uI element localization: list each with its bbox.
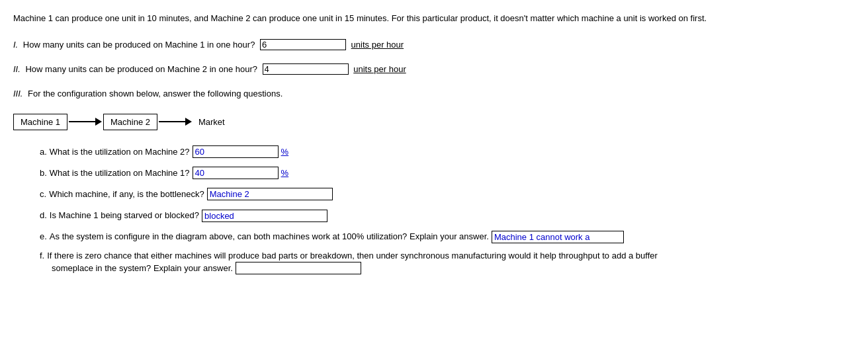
- sub-question-b: b. What is the utilization on Machine 1?…: [40, 166, 855, 180]
- q1-suffix: units per hour: [351, 40, 404, 50]
- sub-a-input[interactable]: [193, 145, 279, 158]
- question-3: III. For the configuration shown below, …: [13, 86, 855, 101]
- sub-b-input[interactable]: [193, 167, 279, 179]
- q1-label: I.: [13, 40, 18, 50]
- sub-d-input[interactable]: [202, 210, 327, 222]
- intro-text: Machine 1 can produce one unit in 10 min…: [13, 12, 855, 25]
- sub-e-text: As the system is configure in the diagra…: [50, 229, 489, 244]
- q2-label: II.: [13, 64, 21, 74]
- sub-a-label: a.: [40, 145, 47, 159]
- q3-label: III.: [13, 89, 22, 99]
- sub-f-line1-text: If there is zero chance that either mach…: [47, 251, 658, 261]
- sub-a-suffix: %: [281, 145, 289, 159]
- arrow-1: [69, 118, 102, 126]
- sub-b-label: b.: [40, 166, 47, 180]
- sub-f-line2-text: someplace in the system? Explain your an…: [52, 263, 233, 273]
- market-label: Market: [198, 117, 225, 127]
- sub-question-c: c. Which machine, if any, is the bottlen…: [40, 187, 855, 202]
- sub-b-suffix: %: [281, 166, 289, 180]
- q2-suffix: units per hour: [353, 64, 406, 74]
- q2-text: How many units can be produced on Machin…: [25, 64, 257, 74]
- sub-c-label: c.: [40, 187, 46, 202]
- question-1: I. How many units can be produced on Mac…: [13, 37, 855, 52]
- sub-b-text: What is the utilization on Machine 1?: [50, 166, 190, 180]
- sub-d-label: d.: [40, 208, 47, 223]
- sub-f-line2: someplace in the system? Explain your an…: [52, 262, 855, 274]
- q1-answer-input[interactable]: [260, 39, 346, 50]
- q1-text: How many units can be produced on Machin…: [23, 40, 255, 50]
- sub-f-line1: f. If there is zero chance that either m…: [40, 251, 855, 261]
- sub-question-a: a. What is the utilization on Machine 2?…: [40, 145, 855, 159]
- machine2-box: Machine 2: [103, 114, 157, 130]
- sub-d-text: Is Machine 1 being starved or blocked?: [50, 208, 199, 223]
- q2-answer-input[interactable]: [263, 63, 349, 75]
- sub-question-d: d. Is Machine 1 being starved or blocked…: [40, 208, 855, 223]
- machine1-box: Machine 1: [13, 114, 67, 130]
- sub-e-label: e.: [40, 229, 47, 244]
- process-diagram: Machine 1 Machine 2 Market: [13, 114, 855, 130]
- sub-c-input[interactable]: [207, 188, 333, 200]
- sub-e-input[interactable]: [492, 231, 624, 243]
- sub-f-label: f.: [40, 251, 44, 261]
- q3-text: For the configuration shown below, answe…: [28, 89, 282, 99]
- question-2: II. How many units can be produced on Ma…: [13, 61, 855, 77]
- sub-a-text: What is the utilization on Machine 2?: [50, 145, 190, 159]
- sub-questions-container: a. What is the utilization on Machine 2?…: [40, 145, 855, 274]
- sub-question-e: e. As the system is configure in the dia…: [40, 229, 855, 244]
- sub-c-text: Which machine, if any, is the bottleneck…: [49, 187, 204, 202]
- sub-f-input[interactable]: [236, 262, 361, 274]
- arrow-2: [159, 118, 192, 126]
- sub-question-f: f. If there is zero chance that either m…: [40, 251, 855, 274]
